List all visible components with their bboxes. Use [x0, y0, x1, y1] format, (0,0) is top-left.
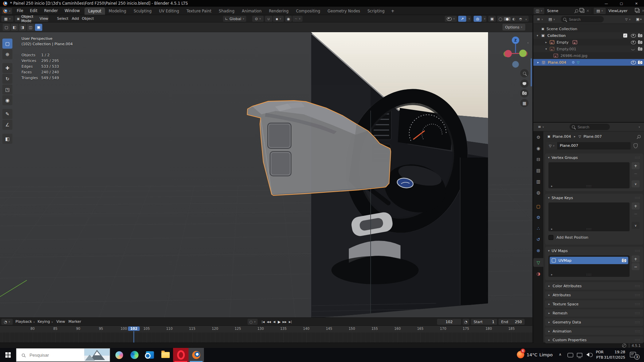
proportional-edit-icon[interactable]: ◉: [285, 16, 292, 22]
tool-annotate[interactable]: ✎: [2, 109, 12, 119]
timeline-tracks[interactable]: [0, 333, 532, 343]
tab-texture-paint[interactable]: Texture Paint: [183, 7, 215, 15]
pin-id-icon[interactable]: [637, 134, 641, 139]
viewport-canvas[interactable]: User Perspective (102) Collection | Plan…: [0, 32, 532, 317]
pin-icon[interactable]: [575, 9, 579, 13]
clock[interactable]: 19:28 31/07/2025: [603, 350, 625, 360]
camera-visibility-icon[interactable]: [638, 61, 642, 64]
viewport-menu-object[interactable]: Object: [82, 16, 94, 21]
tab-object[interactable]: ▢: [533, 202, 543, 210]
shading-rendered-button[interactable]: ◓: [517, 17, 524, 21]
remove-uv-map-button[interactable]: −: [632, 263, 640, 270]
snap-target-dropdown[interactable]: ▪: [273, 16, 284, 22]
overlays-toggle[interactable]: ◎: [474, 16, 482, 22]
playhead[interactable]: [133, 331, 134, 343]
next-keyframe-button[interactable]: ▶▶: [282, 320, 287, 323]
collapse-icon[interactable]: ▸: [537, 61, 539, 64]
camera-visibility-icon[interactable]: [638, 34, 642, 37]
meet-now-icon[interactable]: [568, 353, 573, 357]
maximize-button[interactable]: ▢: [614, 0, 629, 7]
ortho-toggle-button[interactable]: ▦: [520, 99, 529, 107]
menu-edit[interactable]: Edit: [26, 8, 41, 13]
panel-remesh[interactable]: ▸Remesh ::::: [545, 309, 643, 317]
tab-geometry-nodes[interactable]: Geometry Nodes: [324, 7, 364, 15]
tab-tool[interactable]: ⚙: [533, 133, 543, 141]
shape-key-specials-button[interactable]: ∨: [632, 222, 640, 229]
taskbar-app-copilot[interactable]: [111, 348, 127, 362]
panel-color-attributes[interactable]: ▸Color Attributes ::::: [545, 282, 643, 290]
tool-rotate[interactable]: ↻: [2, 74, 12, 84]
camera-visibility-icon[interactable]: [638, 48, 642, 51]
gizmo-toggle[interactable]: ↗: [458, 16, 466, 22]
taskbar-app-edge[interactable]: [127, 348, 142, 362]
select-mode-subtract[interactable]: ◨: [19, 24, 26, 31]
tab-shading[interactable]: Shading: [215, 7, 238, 15]
add-workspace-button[interactable]: +: [388, 7, 397, 15]
panel-geometry-data[interactable]: ▸Geometry Data ::::: [545, 318, 643, 326]
tab-render[interactable]: ◉: [533, 144, 543, 153]
outliner-row-scene-collection[interactable]: ▣ Scene Collection: [533, 25, 644, 32]
tab-physics[interactable]: ↺: [533, 235, 543, 244]
tool-add-cube[interactable]: ◧: [2, 134, 12, 144]
select-mode-invert[interactable]: ◫: [27, 24, 34, 31]
jump-to-end-button[interactable]: ▶|: [287, 320, 293, 323]
tool-move[interactable]: ✚: [2, 63, 12, 73]
xray-toggle[interactable]: ▣: [488, 16, 496, 22]
outliner-filter-dropdown[interactable]: ▤: [547, 16, 557, 22]
tab-uv-editing[interactable]: UV Editing: [155, 7, 183, 15]
close-button[interactable]: ✕: [629, 0, 644, 7]
jump-to-start-button[interactable]: |◀: [260, 320, 266, 323]
outliner-search[interactable]: [561, 16, 604, 22]
eye-icon[interactable]: [631, 61, 636, 64]
visibility-dropdown[interactable]: [445, 16, 457, 22]
tool-transform[interactable]: ◉: [2, 95, 12, 105]
select-mode-new[interactable]: ▢: [3, 24, 10, 31]
tool-select-box[interactable]: ▢: [2, 39, 12, 49]
remove-vertex-group-button[interactable]: −: [632, 170, 640, 177]
eye-icon[interactable]: [631, 34, 636, 38]
panel-attributes[interactable]: ▸Attributes ::::: [545, 291, 643, 299]
breadcrumb-object[interactable]: Plane.004: [553, 134, 571, 139]
orientation-dropdown[interactable]: ∟ Global: [223, 16, 246, 22]
timeline-menu-marker[interactable]: Marker: [68, 319, 81, 324]
breadcrumb-data[interactable]: Plane.007: [583, 134, 602, 139]
volume-icon[interactable]: [586, 353, 589, 357]
tab-material[interactable]: ◑: [533, 269, 543, 278]
panel-title[interactable]: UV Maps: [552, 249, 568, 253]
tool-measure[interactable]: ∠: [2, 120, 12, 130]
viewport-scrollbar[interactable]: [531, 58, 532, 86]
overlays-dropdown[interactable]: [482, 16, 486, 22]
snap-magnet-icon[interactable]: ∪: [265, 16, 272, 22]
expand-icon[interactable]: ▾: [545, 47, 547, 51]
outliner-row-collection[interactable]: ▾ ▣ Collection ✓: [533, 32, 644, 39]
pan-view-button[interactable]: [520, 79, 529, 88]
outliner-display-mode-dropdown[interactable]: ≡: [535, 16, 545, 22]
properties-options-dropdown[interactable]: [635, 124, 643, 130]
viewport-menu-add[interactable]: Add: [72, 16, 79, 21]
blender-menu-button[interactable]: [2, 8, 12, 14]
add-shape-key-button[interactable]: +: [632, 202, 640, 209]
current-frame-badge[interactable]: 102: [128, 326, 140, 331]
vertex-group-specials-button[interactable]: ∨: [632, 180, 640, 187]
fake-user-shield-button[interactable]: [632, 142, 640, 149]
panel-grip[interactable]: ::::: [635, 196, 640, 199]
tab-particles[interactable]: ∴: [533, 224, 543, 233]
play-button[interactable]: ▶: [277, 320, 282, 324]
tab-constraints[interactable]: ⊗: [533, 246, 543, 255]
pivot-dropdown[interactable]: ⊙: [252, 16, 264, 22]
uvmap-row[interactable]: UVMap: [550, 257, 628, 264]
camera-visibility-icon[interactable]: [638, 41, 642, 44]
shading-solid-button[interactable]: ●: [504, 17, 511, 21]
menu-file[interactable]: File: [13, 8, 26, 13]
scene-type-icon[interactable]: ◫: [534, 8, 544, 14]
weather-temp[interactable]: 14°C: [527, 352, 537, 357]
menu-render[interactable]: Render: [41, 8, 61, 13]
taskbar-search-input[interactable]: [29, 352, 70, 358]
viewport-menu-view[interactable]: View: [40, 16, 48, 21]
panel-animation[interactable]: ▸Animation ::::: [545, 327, 643, 335]
add-vertex-group-button[interactable]: +: [632, 162, 640, 169]
viewlayer-type-icon[interactable]: ▤: [594, 8, 606, 14]
zoom-view-button[interactable]: [520, 69, 529, 77]
uvmap-render-icon[interactable]: [622, 259, 626, 262]
minimize-button[interactable]: —: [599, 0, 614, 7]
